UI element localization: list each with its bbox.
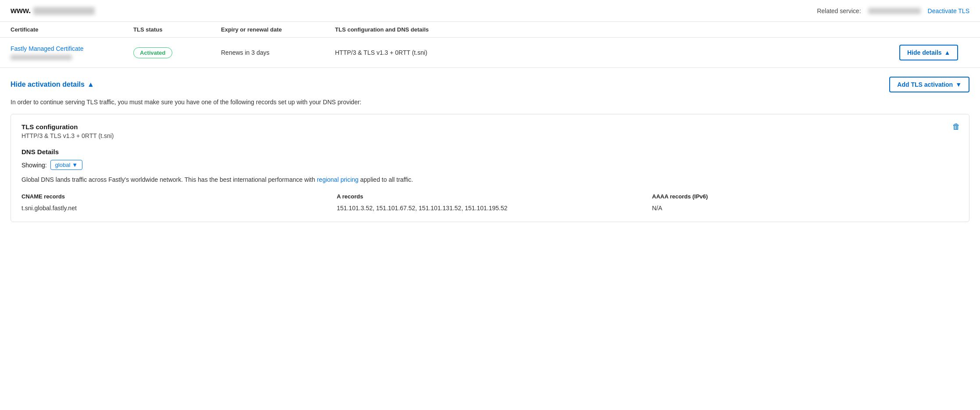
delete-icon[interactable]: 🗑 (952, 122, 960, 131)
dns-notice-text: In order to continue serving TLS traffic… (11, 98, 969, 107)
config-card-title: TLS configuration (21, 123, 959, 131)
renewal-text: Renews in 3 days (221, 49, 270, 56)
deactivate-tls-link[interactable]: Deactivate TLS (928, 7, 969, 14)
showing-row: Showing: global ▼ (21, 160, 959, 170)
global-option-label: global (55, 162, 71, 168)
renewal-cell: Renews in 3 days (221, 49, 335, 56)
top-bar-actions: Related service: Deactivate TLS (817, 7, 969, 14)
a-records-col: A records 151.101.3.52, 151.101.67.52, 1… (337, 193, 643, 213)
a-col-value: 151.101.3.52, 151.101.67.52, 151.101.131… (337, 203, 643, 213)
chevron-down-icon: ▼ (955, 81, 962, 88)
showing-label: Showing: (21, 162, 47, 169)
dns-description: Global DNS lands traffic across Fastly's… (21, 175, 959, 184)
cert-sub-blur (11, 55, 72, 60)
certificate-cell: Fastly Managed Certificate (11, 45, 133, 60)
domain-blur (33, 7, 95, 15)
table-header: Certificate TLS status Expiry or renewal… (0, 22, 980, 38)
certificate-row: Fastly Managed Certificate Activated Ren… (0, 38, 980, 68)
domain-header: www. (11, 6, 95, 15)
related-service-label: Related service: (817, 7, 861, 14)
hide-details-label: Hide details (907, 49, 942, 56)
global-dropdown[interactable]: global ▼ (50, 160, 83, 170)
chevron-up-icon: ▲ (944, 49, 951, 56)
dns-desc-after: applied to all traffic. (359, 176, 413, 183)
cname-records-col: CNAME records t.sni.global.fastly.net (21, 193, 328, 213)
hide-activation-label: Hide activation details (11, 81, 85, 88)
col-expiry: Expiry or renewal date (221, 26, 335, 33)
www-label: www. (11, 6, 31, 15)
chevron-up-icon-2: ▲ (87, 81, 94, 88)
col-certificate: Certificate (11, 26, 133, 33)
certificate-name-link[interactable]: Fastly Managed Certificate (11, 45, 84, 52)
aaaa-records-col: AAAA records (IPv6) N/A (652, 193, 959, 213)
a-col-title: A records (337, 193, 643, 200)
hide-activation-button[interactable]: Hide activation details ▲ (11, 81, 94, 88)
hide-details-button[interactable]: Hide details ▲ (899, 45, 958, 60)
cname-col-value: t.sni.global.fastly.net (21, 203, 328, 213)
activation-details-section: Hide activation details ▲ Add TLS activa… (0, 68, 980, 231)
add-tls-label: Add TLS activation (897, 81, 953, 88)
service-blur (868, 8, 921, 14)
cname-col-title: CNAME records (21, 193, 328, 200)
top-bar: www. Related service: Deactivate TLS (0, 0, 980, 22)
dropdown-chevron-icon: ▼ (72, 162, 78, 168)
col-actions (899, 26, 969, 33)
dns-desc-before: Global DNS lands traffic across Fastly's… (21, 176, 317, 183)
details-header: Hide activation details ▲ Add TLS activa… (11, 77, 969, 92)
records-grid: CNAME records t.sni.global.fastly.net A … (21, 193, 959, 213)
col-tls-config: TLS configuration and DNS details (335, 26, 899, 33)
config-card: 🗑 TLS configuration HTTP/3 & TLS v1.3 + … (11, 114, 969, 222)
col-tls-status: TLS status (133, 26, 221, 33)
dns-details-title: DNS Details (21, 148, 959, 156)
status-badge: Activated (133, 47, 172, 58)
aaaa-col-value: N/A (652, 203, 959, 213)
tls-config-cell: HTTP/3 & TLS v1.3 + 0RTT (t.sni) (335, 49, 899, 56)
add-tls-activation-button[interactable]: Add TLS activation ▼ (889, 77, 969, 92)
regional-pricing-link[interactable]: regional pricing (317, 176, 359, 183)
aaaa-col-title: AAAA records (IPv6) (652, 193, 959, 200)
hide-details-cell: Hide details ▲ (899, 45, 969, 60)
config-card-subtitle: HTTP/3 & TLS v1.3 + 0RTT (t.sni) (21, 132, 959, 139)
tls-config-value: HTTP/3 & TLS v1.3 + 0RTT (t.sni) (335, 49, 427, 56)
status-cell: Activated (133, 47, 221, 58)
